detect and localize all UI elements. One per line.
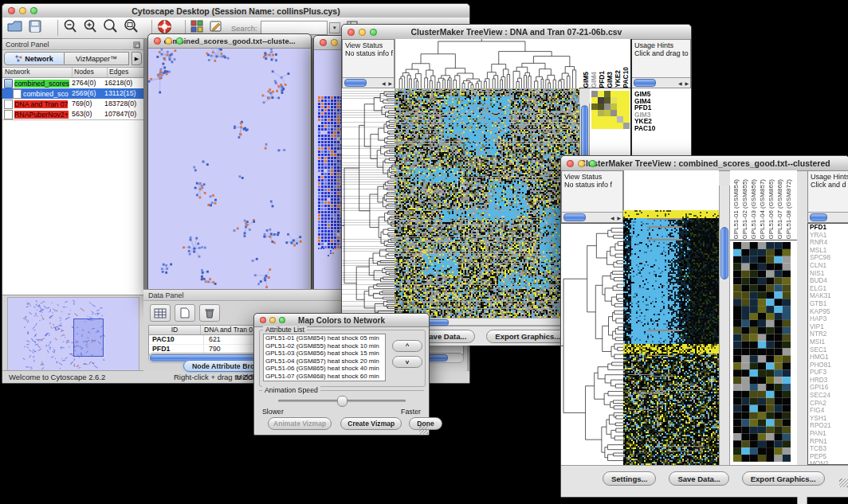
zoom-selected-icon[interactable]	[124, 19, 139, 37]
zoom-heatmap-cell[interactable]	[591, 91, 598, 97]
zoom-heatmap-cell[interactable]	[623, 97, 630, 104]
gene-label[interactable]: KAP95	[808, 308, 848, 316]
gene-label[interactable]: SEC24	[808, 392, 848, 400]
zoom-heatmap-cell[interactable]	[591, 97, 598, 104]
gene-label[interactable]: YSH1	[808, 415, 848, 423]
zoom-column-label[interactable]: GPL51-04 (GSM857)	[759, 179, 768, 240]
zoom-window-icon[interactable]	[589, 160, 596, 167]
view-status-scrollbar[interactable]: ◀ ▶	[343, 77, 394, 88]
close-icon[interactable]	[347, 29, 355, 36]
move-attribute-down-button[interactable]: v	[392, 356, 422, 368]
zoom-window-icon[interactable]	[176, 37, 183, 45]
zoom-column-label[interactable]: GIM3	[607, 72, 614, 88]
zoom-heatmap-cell[interactable]	[623, 116, 630, 123]
zoom-window-icon[interactable]	[370, 29, 377, 36]
gene-label[interactable]: PUF3	[808, 369, 848, 377]
zoom-heatmap-cell[interactable]	[604, 97, 610, 104]
save-data-button[interactable]: Save Data...	[669, 471, 728, 486]
birdseye-view[interactable]	[7, 297, 139, 372]
slider-thumb[interactable]	[337, 396, 347, 407]
zoom-heatmap-cell[interactable]	[617, 110, 623, 116]
close-icon[interactable]	[320, 39, 327, 46]
tv2-vertical-scrollbar[interactable]: ▲▼	[719, 186, 730, 480]
gene-label[interactable]: CLN1	[808, 262, 848, 270]
export-graphics-button[interactable]: Export Graphics...	[742, 471, 825, 486]
zoom-heatmap-cell[interactable]	[617, 123, 623, 129]
zoom-row-label[interactable]: PAC10	[634, 125, 691, 132]
attribute-item[interactable]: GPL51-01 (GSM854) heat shock 05 min	[264, 334, 375, 342]
delete-attribute-icon[interactable]	[199, 304, 220, 322]
zoom-heatmap-cell[interactable]	[591, 116, 598, 123]
col-header-network[interactable]: Network	[2, 68, 73, 77]
zoom-heatmap-cell[interactable]	[623, 123, 630, 129]
zoom-window-icon[interactable]	[30, 7, 37, 14]
save-button[interactable]	[29, 20, 41, 36]
tab-vizmapper[interactable]: VizMapper™	[65, 52, 129, 65]
zoom-column-label[interactable]: GIM5	[583, 72, 590, 88]
close-icon[interactable]	[154, 37, 161, 45]
close-icon[interactable]	[260, 317, 266, 323]
zoom-heatmap-cell[interactable]	[610, 116, 617, 123]
zoom-heatmap-cell[interactable]	[610, 110, 617, 116]
col-header-nodes[interactable]: Nodes	[73, 68, 108, 77]
tv2-zoom-heatmap[interactable]	[733, 242, 791, 462]
resize-grip[interactable]	[839, 479, 848, 487]
zoom-in-icon[interactable]	[83, 19, 97, 37]
network-row[interactable]: DNA and Tran 07 769(0) 183728(0)	[2, 99, 143, 109]
zoom-heatmap-cell[interactable]	[623, 91, 630, 97]
zoom-column-label[interactable]: PAC10	[622, 67, 630, 88]
zoom-heatmap-cell[interactable]	[617, 91, 623, 97]
zoom-column-label[interactable]: GPL51-02 (GSM855)	[741, 179, 750, 240]
zoom-heatmap-cell[interactable]	[610, 97, 617, 104]
tab-network[interactable]: Network	[4, 52, 65, 65]
new-attribute-icon[interactable]	[175, 304, 195, 322]
minimize-icon[interactable]	[359, 29, 366, 36]
gene-label[interactable]: HAP3	[808, 315, 848, 323]
gene-label[interactable]: MSI1	[808, 338, 848, 346]
network-view-canvas[interactable]	[148, 49, 309, 296]
zoom-heatmap-cell[interactable]	[623, 104, 630, 110]
tab-overflow-button[interactable]: ▶	[132, 52, 142, 65]
zoom-heatmap-cell[interactable]	[610, 123, 617, 129]
gene-label[interactable]: YRA1	[808, 232, 848, 240]
zoom-heatmap-cell[interactable]	[610, 91, 617, 97]
gene-label[interactable]: RPO21	[808, 422, 848, 430]
main-titlebar[interactable]: Cytoscape Desktop (Session Name: collins…	[2, 4, 469, 18]
gene-label[interactable]: NIS1	[808, 270, 848, 278]
network-row[interactable]: combined_scores 2764(0) 16218(0)	[2, 78, 143, 88]
gene-label[interactable]: MSL1	[808, 247, 848, 255]
attribute-item[interactable]: GPL51-02 (GSM855) heat shock 10 min	[264, 342, 375, 350]
animate-vizmap-button[interactable]: Animate Vizmap	[268, 417, 332, 430]
gene-label[interactable]: SEC1	[808, 346, 848, 354]
zoom-column-label[interactable]: GPL51-01 (GSM854)	[732, 179, 741, 240]
zoom-heatmap-cell[interactable]	[604, 123, 610, 129]
col-header-edges[interactable]: Edges	[108, 68, 143, 77]
gene-label[interactable]: HRD3	[808, 377, 848, 385]
table-mode-icon[interactable]	[150, 304, 171, 322]
zoom-heatmap-cell[interactable]	[598, 123, 604, 129]
zoom-heatmap-cell[interactable]	[604, 116, 610, 123]
gene-label[interactable]: GTB1	[808, 300, 848, 308]
usage-hints-scrollbar[interactable]	[808, 212, 848, 222]
animation-speed-slider[interactable]	[278, 400, 406, 402]
search-dropdown-icon[interactable]: ▼	[329, 22, 340, 33]
close-icon[interactable]	[567, 160, 574, 167]
zoom-column-label[interactable]: GIM4	[591, 72, 598, 88]
create-vizmap-button[interactable]: Create Vizmap	[340, 417, 402, 430]
attribute-item[interactable]: GPL51-03 (GSM856) heat shock 15 min	[264, 350, 375, 357]
zoom-heatmap-cell[interactable]	[598, 91, 604, 97]
gene-label[interactable]: PEP5	[808, 453, 848, 461]
zoom-heatmap-cell[interactable]	[617, 104, 623, 110]
tv2-heatmap[interactable]	[623, 210, 719, 465]
gene-label[interactable]: RPN1	[808, 438, 848, 446]
zoom-heatmap-cell[interactable]	[610, 104, 617, 110]
zoom-column-label[interactable]: GPL51-07 (GSM868)	[776, 179, 785, 240]
zoom-heatmap-cell[interactable]	[598, 104, 604, 110]
zoom-fit-icon[interactable]	[103, 19, 118, 37]
gene-label[interactable]: CPA2	[808, 400, 848, 408]
open-file-button[interactable]	[7, 20, 22, 36]
tv1-row-dendrogram[interactable]	[342, 88, 395, 318]
zoom-heatmap-cell[interactable]	[598, 110, 604, 116]
zoom-column-label[interactable]: GPL51-08 (GSM872)	[785, 179, 794, 240]
resize-grip[interactable]	[419, 425, 428, 434]
